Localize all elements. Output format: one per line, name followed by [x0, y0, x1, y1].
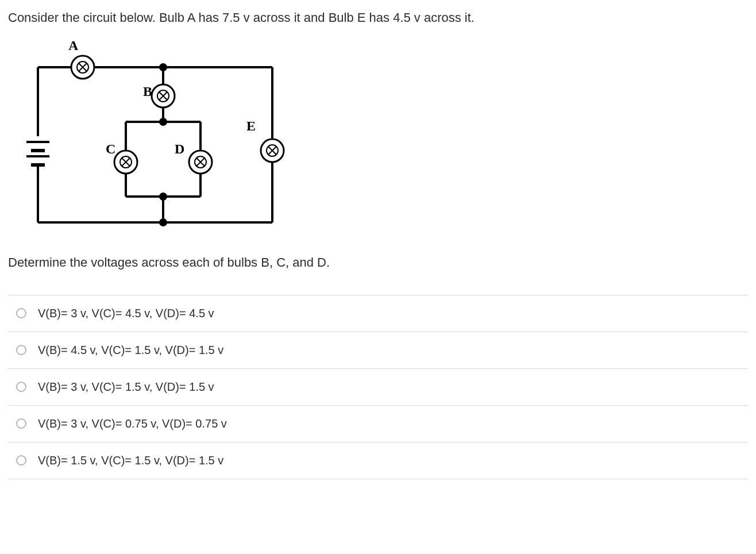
svg-point-35: [159, 218, 167, 226]
radio-icon: [16, 455, 26, 465]
option-text: V(B)= 3 v, V(C)= 0.75 v, V(D)= 0.75 v: [38, 417, 227, 430]
option-3[interactable]: V(B)= 3 v, V(C)= 1.5 v, V(D)= 1.5 v: [8, 368, 748, 405]
radio-icon: [16, 345, 26, 355]
label-b: B: [143, 84, 152, 99]
label-c: C: [106, 141, 115, 156]
option-2[interactable]: V(B)= 4.5 v, V(C)= 1.5 v, V(D)= 1.5 v: [8, 332, 748, 368]
radio-icon: [16, 308, 26, 318]
radio-icon: [16, 418, 26, 429]
label-d: D: [175, 141, 184, 156]
option-text: V(B)= 3 v, V(C)= 1.5 v, V(D)= 1.5 v: [38, 380, 214, 394]
radio-icon: [16, 382, 26, 392]
question-text: Consider the circuit below. Bulb A has 7…: [8, 9, 748, 27]
label-e: E: [246, 118, 256, 133]
label-a: A: [68, 39, 79, 53]
option-text: V(B)= 3 v, V(C)= 4.5 v, V(D)= 4.5 v: [38, 307, 214, 320]
option-4[interactable]: V(B)= 3 v, V(C)= 0.75 v, V(D)= 0.75 v: [8, 405, 748, 442]
option-5[interactable]: V(B)= 1.5 v, V(C)= 1.5 v, V(D)= 1.5 v: [8, 442, 748, 479]
option-text: V(B)= 1.5 v, V(C)= 1.5 v, V(D)= 1.5 v: [38, 454, 223, 467]
options-list: V(B)= 3 v, V(C)= 4.5 v, V(D)= 4.5 v V(B)…: [8, 295, 748, 479]
circuit-diagram: A E B C: [25, 39, 748, 237]
option-1[interactable]: V(B)= 3 v, V(C)= 4.5 v, V(D)= 4.5 v: [8, 295, 748, 332]
option-text: V(B)= 4.5 v, V(C)= 1.5 v, V(D)= 1.5 v: [38, 344, 223, 357]
prompt-text: Determine the voltages across each of bu…: [8, 254, 748, 272]
